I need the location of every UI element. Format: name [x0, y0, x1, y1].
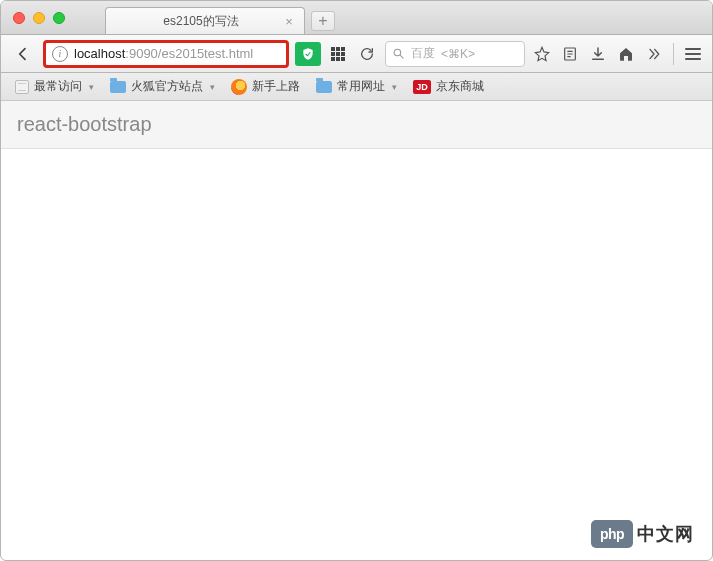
url-port: :9090 — [125, 46, 158, 61]
maximize-window-button[interactable] — [53, 12, 65, 24]
search-icon — [392, 47, 405, 60]
bookmark-jd[interactable]: JD 京东商城 — [407, 75, 490, 98]
watermark-logo: php — [591, 520, 633, 548]
minimize-window-button[interactable] — [33, 12, 45, 24]
home-button[interactable] — [615, 43, 637, 65]
title-bar: es2105的写法 × + — [1, 1, 712, 35]
firefox-icon — [231, 79, 247, 95]
tab-title: es2105的写法 — [163, 13, 238, 30]
shield-check-icon — [301, 47, 315, 61]
qr-code-icon — [331, 47, 345, 61]
heading-text: react-bootstrap — [17, 113, 152, 135]
chevron-down-icon: ▾ — [210, 82, 215, 92]
tabs-row: es2105的写法 × + — [105, 1, 335, 34]
watermark: php 中文网 — [591, 520, 694, 548]
svg-line-1 — [400, 55, 403, 58]
search-shortcut: <⌘K> — [441, 47, 475, 61]
reader-view-button[interactable] — [559, 43, 581, 65]
chevron-double-right-icon — [646, 46, 662, 62]
bookmark-label: 最常访问 — [34, 78, 82, 95]
reload-icon — [359, 46, 375, 62]
bookmark-star-button[interactable] — [531, 43, 553, 65]
browser-tab[interactable]: es2105的写法 × — [105, 7, 305, 34]
bookmark-label: 京东商城 — [436, 78, 484, 95]
search-input[interactable]: 百度 <⌘K> — [385, 41, 525, 67]
new-tab-button[interactable]: + — [311, 11, 335, 31]
back-button[interactable] — [9, 40, 37, 68]
close-tab-icon[interactable]: × — [282, 14, 296, 28]
bookmark-most-visited[interactable]: 最常访问 ▾ — [9, 75, 100, 98]
panel-heading: react-bootstrap — [1, 101, 712, 149]
address-toolbar: i localhost :9090 /es2015test.html 百度 <⌘… — [1, 35, 712, 73]
url-input[interactable]: i localhost :9090 /es2015test.html — [43, 40, 289, 68]
svg-point-0 — [394, 49, 401, 56]
site-info-icon[interactable]: i — [52, 46, 68, 62]
url-host: localhost — [74, 46, 125, 61]
folder-icon — [316, 81, 332, 93]
bookmarks-bar: 最常访问 ▾ 火狐官方站点 ▾ 新手上路 常用网址 ▾ JD 京东商城 — [1, 73, 712, 101]
reload-button[interactable] — [355, 42, 379, 66]
chevron-down-icon: ▾ — [89, 82, 94, 92]
menu-button[interactable] — [682, 43, 704, 65]
bookmark-label: 火狐官方站点 — [131, 78, 203, 95]
search-engine-label: 百度 — [411, 45, 435, 62]
bookmark-new-user[interactable]: 新手上路 — [225, 75, 306, 98]
bookmark-firefox-sites[interactable]: 火狐官方站点 ▾ — [104, 75, 221, 98]
toolbar-separator — [673, 43, 674, 65]
jd-icon: JD — [413, 80, 431, 94]
arrow-left-icon — [15, 46, 31, 62]
home-icon — [618, 46, 634, 62]
reader-icon — [562, 46, 578, 62]
window-controls — [1, 12, 65, 24]
page-content: react-bootstrap — [1, 101, 712, 149]
chevron-down-icon: ▾ — [392, 82, 397, 92]
hamburger-icon — [685, 48, 701, 60]
qr-code-button[interactable] — [327, 43, 349, 65]
bookmark-label: 常用网址 — [337, 78, 385, 95]
downloads-button[interactable] — [587, 43, 609, 65]
folder-icon — [110, 81, 126, 93]
url-path: /es2015test.html — [158, 46, 253, 61]
close-window-button[interactable] — [13, 12, 25, 24]
bookmark-label: 新手上路 — [252, 78, 300, 95]
url-text: localhost :9090 /es2015test.html — [74, 46, 253, 61]
overflow-button[interactable] — [643, 43, 665, 65]
watermark-text: 中文网 — [637, 522, 694, 546]
shield-button[interactable] — [295, 42, 321, 66]
page-icon — [15, 80, 29, 94]
bookmark-common-urls[interactable]: 常用网址 ▾ — [310, 75, 403, 98]
star-icon — [534, 46, 550, 62]
download-icon — [590, 46, 606, 62]
